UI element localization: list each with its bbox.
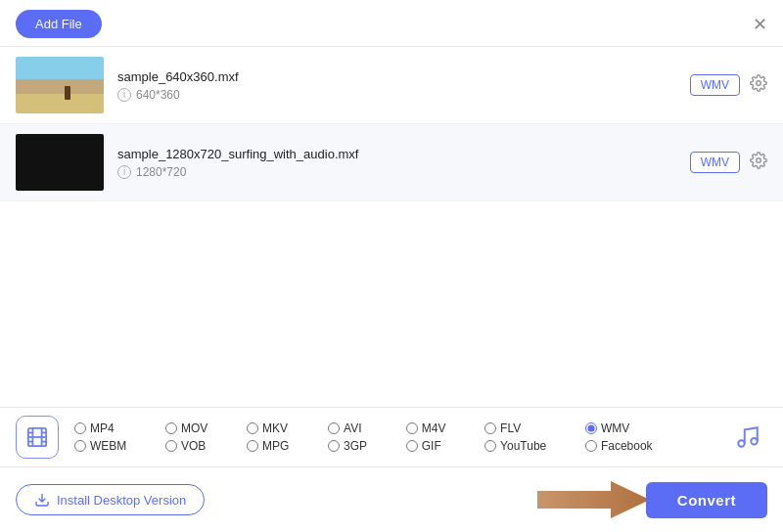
radio-mpg[interactable] [247, 440, 258, 452]
file-item-2: sample_1280x720_surfing_with_audio.mxf i… [0, 124, 783, 201]
label-gif: GIF [422, 439, 441, 453]
radio-3gp[interactable] [328, 440, 340, 452]
radio-m4v[interactable] [406, 422, 418, 434]
info-icon-2[interactable]: i [117, 165, 131, 179]
svg-marker-13 [537, 481, 650, 518]
file-dimensions-2: 1280*720 [136, 165, 186, 179]
format-option-vob[interactable]: VOB [165, 439, 247, 453]
convert-button[interactable]: Convert [646, 482, 767, 518]
radio-wmv[interactable] [585, 422, 597, 434]
file-list: sample_640x360.mxf i 640*360 WMV [0, 47, 783, 407]
arrow-icon [537, 477, 650, 522]
svg-point-0 [757, 81, 761, 86]
label-youtube: YouTube [500, 439, 546, 453]
label-mp4: MP4 [90, 421, 115, 435]
film-icon [26, 426, 48, 448]
file-actions-1: WMV [690, 74, 767, 96]
install-button[interactable]: Install Desktop Version [16, 484, 205, 515]
format-option-facebook[interactable]: Facebook [585, 439, 691, 453]
label-mkv: MKV [262, 421, 288, 435]
format-bar: MP4 MOV MKV AVI M4V FLV WMV [0, 407, 783, 466]
file-name-1: sample_640x360.mxf [117, 69, 690, 84]
label-avi: AVI [344, 421, 361, 435]
row1-filler [691, 421, 720, 435]
file-name-2: sample_1280x720_surfing_with_audio.mxf [117, 147, 690, 161]
label-3gp: 3GP [344, 439, 367, 453]
format-option-avi[interactable]: AVI [328, 421, 406, 435]
radio-flv[interactable] [484, 422, 496, 434]
info-icon-1[interactable]: i [117, 88, 131, 102]
settings-button-1[interactable] [750, 74, 767, 96]
svg-point-1 [757, 158, 761, 163]
radio-avi[interactable] [328, 422, 340, 434]
close-icon: ✕ [753, 15, 767, 34]
add-file-button[interactable]: Add File [16, 10, 102, 38]
format-option-gif[interactable]: GIF [406, 439, 484, 453]
main-window: Add File ✕ sample_640x360.mxf i 640*360 … [0, 0, 783, 532]
gear-icon-1 [750, 74, 767, 92]
svg-point-11 [751, 438, 758, 445]
format-option-mov[interactable]: MOV [165, 421, 247, 435]
label-mov: MOV [181, 421, 207, 435]
format-option-mp4[interactable]: MP4 [74, 421, 165, 435]
thumbnail-1 [16, 57, 104, 113]
label-webm: WEBM [90, 439, 126, 453]
file-actions-2: WMV [690, 152, 767, 173]
radio-mov[interactable] [165, 422, 177, 434]
format-option-flv[interactable]: FLV [484, 421, 585, 435]
label-wmv: WMV [601, 421, 629, 435]
video-format-icon[interactable] [16, 416, 59, 459]
file-info-1: sample_640x360.mxf i 640*360 [117, 69, 690, 102]
format-option-webm[interactable]: WEBM [74, 439, 165, 453]
format-option-mkv[interactable]: MKV [247, 421, 328, 435]
label-flv: FLV [500, 421, 521, 435]
thumbnail-2 [16, 134, 104, 191]
format-badge-2[interactable]: WMV [690, 152, 740, 173]
action-bar: Install Desktop Version Convert [0, 466, 783, 532]
format-option-m4v[interactable]: M4V [406, 421, 484, 435]
format-option-3gp[interactable]: 3GP [328, 439, 406, 453]
install-label: Install Desktop Version [57, 493, 186, 508]
label-facebook: Facebook [601, 439, 653, 453]
file-dimensions-1: 640*360 [136, 88, 180, 102]
file-meta-2: i 1280*720 [117, 165, 690, 179]
radio-facebook[interactable] [585, 440, 597, 452]
radio-mkv[interactable] [247, 422, 258, 434]
radio-webm[interactable] [74, 440, 86, 452]
format-badge-1[interactable]: WMV [690, 74, 740, 96]
top-bar: Add File ✕ [0, 0, 783, 47]
row2-filler [691, 439, 720, 453]
file-info-2: sample_1280x720_surfing_with_audio.mxf i… [117, 147, 690, 179]
svg-point-10 [738, 440, 745, 447]
music-icon [735, 424, 760, 450]
format-option-youtube[interactable]: YouTube [484, 439, 585, 453]
radio-mp4[interactable] [74, 422, 86, 434]
file-meta-1: i 640*360 [117, 88, 690, 102]
label-mpg: MPG [262, 439, 289, 453]
radio-vob[interactable] [165, 440, 177, 452]
close-button[interactable]: ✕ [753, 16, 767, 33]
file-item-1: sample_640x360.mxf i 640*360 WMV [0, 47, 783, 124]
audio-format-icon[interactable] [728, 418, 767, 457]
format-option-mpg[interactable]: MPG [247, 439, 328, 453]
radio-gif[interactable] [406, 440, 418, 452]
gear-icon-2 [750, 152, 767, 169]
download-icon [34, 492, 50, 508]
label-vob: VOB [181, 439, 206, 453]
format-options: MP4 MOV MKV AVI M4V FLV WMV [74, 421, 720, 453]
settings-button-2[interactable] [750, 152, 767, 173]
convert-area: Convert [537, 477, 767, 522]
radio-youtube[interactable] [484, 440, 496, 452]
format-option-wmv[interactable]: WMV [585, 421, 691, 435]
spacer [0, 201, 783, 319]
label-m4v: M4V [422, 421, 446, 435]
